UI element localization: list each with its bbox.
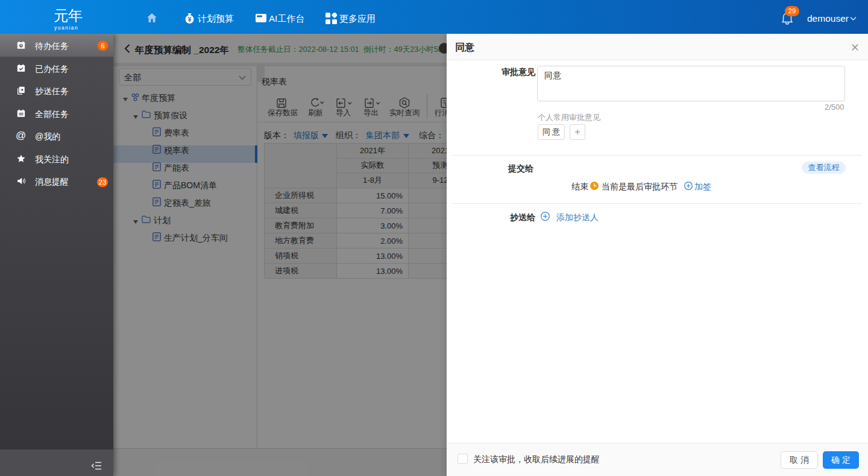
svg-text:¥: ¥	[188, 16, 192, 23]
